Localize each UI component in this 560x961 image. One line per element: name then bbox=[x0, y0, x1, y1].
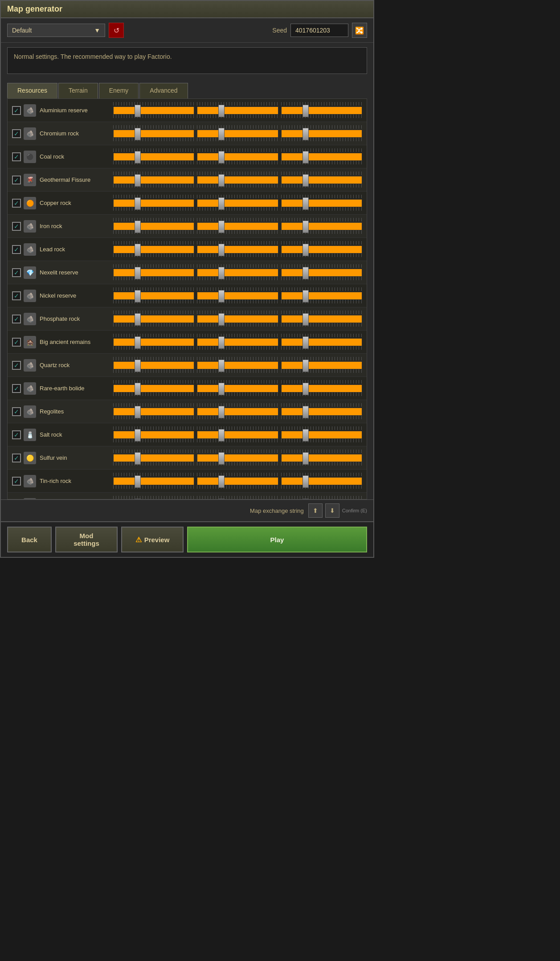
slider-container[interactable] bbox=[113, 381, 194, 396]
slider-track[interactable] bbox=[281, 130, 362, 138]
resource-checkbox[interactable]: ✓ bbox=[12, 176, 21, 184]
slider-handle[interactable] bbox=[218, 197, 225, 210]
slider-handle[interactable] bbox=[135, 174, 141, 187]
slider-container[interactable] bbox=[113, 265, 194, 280]
slider-track[interactable] bbox=[197, 199, 278, 207]
slider-container[interactable] bbox=[281, 103, 362, 118]
slider-track[interactable] bbox=[281, 222, 362, 230]
slider-handle[interactable] bbox=[302, 383, 309, 395]
slider-container[interactable] bbox=[113, 358, 194, 373]
slider-container[interactable] bbox=[113, 172, 194, 188]
slider-container[interactable] bbox=[281, 427, 362, 442]
slider-handle[interactable] bbox=[302, 313, 309, 326]
slider-track[interactable] bbox=[281, 292, 362, 300]
slider-track[interactable] bbox=[197, 454, 278, 462]
slider-track[interactable] bbox=[113, 338, 194, 346]
slider-track[interactable] bbox=[113, 454, 194, 462]
slider-handle[interactable] bbox=[218, 128, 225, 140]
slider-handle[interactable] bbox=[302, 406, 309, 418]
slider-handle[interactable] bbox=[218, 105, 225, 117]
slider-container[interactable] bbox=[113, 427, 194, 442]
slider-handle[interactable] bbox=[218, 267, 225, 279]
slider-handle[interactable] bbox=[135, 267, 141, 279]
slider-track[interactable] bbox=[281, 408, 362, 416]
slider-handle[interactable] bbox=[302, 197, 309, 210]
slider-track[interactable] bbox=[197, 384, 278, 393]
slider-handle[interactable] bbox=[302, 336, 309, 349]
slider-handle[interactable] bbox=[135, 406, 141, 418]
slider-handle[interactable] bbox=[218, 452, 225, 465]
slider-container[interactable] bbox=[281, 358, 362, 373]
slider-handle[interactable] bbox=[302, 105, 309, 117]
tab-advanced[interactable]: Advanced bbox=[139, 83, 188, 98]
slider-container[interactable] bbox=[197, 311, 278, 327]
slider-handle[interactable] bbox=[135, 429, 141, 442]
slider-handle[interactable] bbox=[218, 360, 225, 372]
preset-dropdown[interactable]: Default ▼ bbox=[7, 24, 105, 37]
slider-handle[interactable] bbox=[302, 221, 309, 233]
slider-handle[interactable] bbox=[302, 128, 309, 140]
seed-input[interactable] bbox=[290, 24, 348, 37]
slider-handle[interactable] bbox=[218, 290, 225, 303]
slider-container[interactable] bbox=[113, 474, 194, 489]
slider-container[interactable] bbox=[197, 358, 278, 373]
slider-track[interactable] bbox=[281, 176, 362, 184]
slider-track[interactable] bbox=[281, 384, 362, 393]
slider-track[interactable] bbox=[281, 315, 362, 323]
slider-track[interactable] bbox=[197, 292, 278, 300]
slider-handle[interactable] bbox=[302, 244, 309, 256]
resource-checkbox[interactable]: ✓ bbox=[12, 407, 21, 416]
slider-track[interactable] bbox=[113, 431, 194, 439]
slider-container[interactable] bbox=[197, 335, 278, 350]
slider-handle[interactable] bbox=[135, 290, 141, 303]
slider-track[interactable] bbox=[113, 153, 194, 161]
slider-container[interactable] bbox=[113, 311, 194, 327]
slider-handle[interactable] bbox=[135, 128, 141, 140]
slider-handle[interactable] bbox=[135, 197, 141, 210]
tab-terrain[interactable]: Terrain bbox=[58, 83, 98, 98]
slider-container[interactable] bbox=[281, 196, 362, 211]
slider-handle[interactable] bbox=[218, 174, 225, 187]
slider-track[interactable] bbox=[113, 245, 194, 254]
slider-handle[interactable] bbox=[218, 313, 225, 326]
slider-track[interactable] bbox=[113, 199, 194, 207]
slider-container[interactable] bbox=[197, 474, 278, 489]
slider-track[interactable] bbox=[197, 408, 278, 416]
slider-track[interactable] bbox=[281, 454, 362, 462]
slider-container[interactable] bbox=[113, 242, 194, 257]
import-map-string-button[interactable]: ⬆ bbox=[308, 503, 323, 518]
slider-handle[interactable] bbox=[302, 174, 309, 187]
slider-track[interactable] bbox=[281, 245, 362, 254]
slider-track[interactable] bbox=[197, 477, 278, 485]
slider-container[interactable] bbox=[113, 404, 194, 419]
slider-container[interactable] bbox=[197, 103, 278, 118]
slider-container[interactable] bbox=[197, 265, 278, 280]
slider-track[interactable] bbox=[113, 315, 194, 323]
slider-track[interactable] bbox=[113, 477, 194, 485]
resource-checkbox[interactable]: ✓ bbox=[12, 430, 21, 439]
slider-container[interactable] bbox=[281, 335, 362, 350]
back-button[interactable]: Back bbox=[7, 527, 52, 552]
export-map-string-button[interactable]: ⬇ bbox=[325, 503, 339, 518]
slider-container[interactable] bbox=[197, 149, 278, 164]
slider-handle[interactable] bbox=[135, 475, 141, 488]
slider-track[interactable] bbox=[197, 315, 278, 323]
slider-handle[interactable] bbox=[218, 151, 225, 164]
slider-track[interactable] bbox=[197, 106, 278, 115]
slider-container[interactable] bbox=[113, 126, 194, 141]
resource-checkbox[interactable]: ✓ bbox=[12, 291, 21, 300]
slider-track[interactable] bbox=[113, 176, 194, 184]
slider-track[interactable] bbox=[197, 338, 278, 346]
slider-track[interactable] bbox=[113, 384, 194, 393]
slider-track[interactable] bbox=[113, 361, 194, 369]
slider-handle[interactable] bbox=[135, 151, 141, 164]
slider-track[interactable] bbox=[281, 431, 362, 439]
slider-track[interactable] bbox=[197, 245, 278, 254]
slider-container[interactable] bbox=[197, 242, 278, 257]
slider-track[interactable] bbox=[113, 222, 194, 230]
slider-container[interactable] bbox=[281, 288, 362, 303]
slider-handle[interactable] bbox=[218, 244, 225, 256]
slider-track[interactable] bbox=[281, 338, 362, 346]
random-seed-button[interactable]: 🔀 bbox=[352, 23, 367, 38]
slider-container[interactable] bbox=[197, 126, 278, 141]
